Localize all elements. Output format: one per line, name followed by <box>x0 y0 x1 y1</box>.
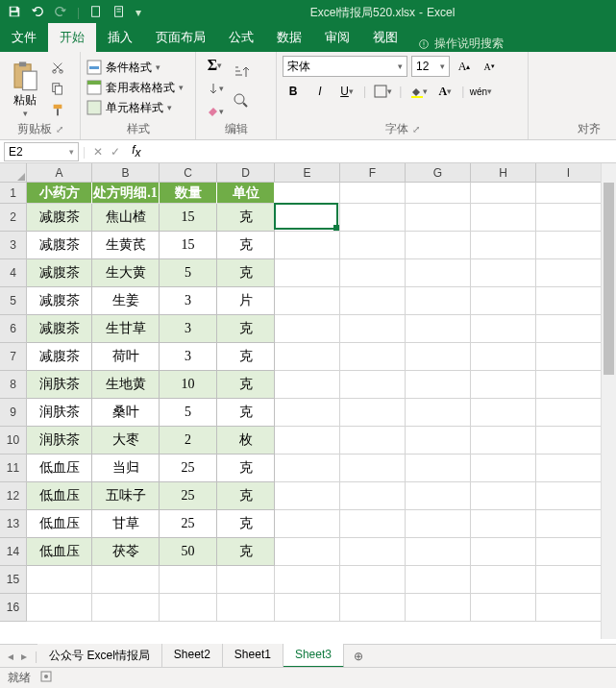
cell-F8[interactable] <box>340 371 406 399</box>
cell-E5[interactable] <box>275 287 340 315</box>
cell-C6[interactable]: 3 <box>160 315 217 343</box>
row-head-3[interactable]: 3 <box>0 232 27 259</box>
col-head-E[interactable]: E <box>275 163 340 183</box>
row-head-6[interactable]: 6 <box>0 315 27 343</box>
cell-A11[interactable]: 低血压 <box>27 455 92 482</box>
table-format-button[interactable]: 套用表格格式▾ <box>86 80 184 96</box>
cell-H16[interactable] <box>471 594 536 622</box>
cell-E14[interactable] <box>275 538 340 566</box>
cell-G8[interactable] <box>406 371 471 399</box>
cell-G15[interactable] <box>406 566 471 594</box>
cell-F9[interactable] <box>340 399 406 427</box>
cell-F13[interactable] <box>340 510 406 538</box>
row-head-7[interactable]: 7 <box>0 343 27 371</box>
cell-D9[interactable]: 克 <box>217 399 275 427</box>
cell-I9[interactable] <box>536 399 602 427</box>
cell-B16[interactable] <box>92 594 160 622</box>
cell-C14[interactable]: 50 <box>160 538 217 566</box>
cell-B13[interactable]: 甘草 <box>92 510 160 538</box>
cell-D1[interactable]: 单位 <box>217 183 275 204</box>
cell-H5[interactable] <box>471 287 536 315</box>
cell-D10[interactable]: 枚 <box>217 427 275 455</box>
cell-E16[interactable] <box>275 594 340 622</box>
cell-G6[interactable] <box>406 315 471 343</box>
row-head-9[interactable]: 9 <box>0 399 27 427</box>
undo-icon[interactable] <box>31 5 44 21</box>
row-head-13[interactable]: 13 <box>0 510 27 538</box>
cell-H9[interactable] <box>471 399 536 427</box>
cell-D13[interactable]: 克 <box>217 510 275 538</box>
cell-F14[interactable] <box>340 538 406 566</box>
row-head-16[interactable]: 16 <box>0 594 27 622</box>
vertical-scrollbar[interactable] <box>601 163 616 639</box>
cell-C7[interactable]: 3 <box>160 343 217 371</box>
cell-F1[interactable] <box>340 183 406 204</box>
row-head-2[interactable]: 2 <box>0 204 27 232</box>
cell-C2[interactable]: 15 <box>160 204 217 232</box>
cell-B8[interactable]: 生地黄 <box>92 371 160 399</box>
row-head-1[interactable]: 1 <box>0 183 27 204</box>
col-head-G[interactable]: G <box>406 163 471 183</box>
cell-H8[interactable] <box>471 371 536 399</box>
tab-review[interactable]: 审阅 <box>313 23 361 52</box>
cell-H1[interactable] <box>471 183 536 204</box>
font-name-select[interactable]: 宋体▾ <box>283 56 407 77</box>
cell-I10[interactable] <box>536 427 602 455</box>
cell-E7[interactable] <box>275 343 340 371</box>
cell-A14[interactable]: 低血压 <box>27 538 92 566</box>
cell-C8[interactable]: 10 <box>160 371 217 399</box>
tab-insert[interactable]: 插入 <box>96 23 144 52</box>
cell-C4[interactable]: 5 <box>160 259 217 287</box>
copy-button[interactable] <box>48 79 67 98</box>
cell-F2[interactable] <box>340 204 406 232</box>
save-icon[interactable] <box>8 5 21 21</box>
cell-H15[interactable] <box>471 566 536 594</box>
row-head-5[interactable]: 5 <box>0 287 27 315</box>
cell-H13[interactable] <box>471 510 536 538</box>
cell-H4[interactable] <box>471 259 536 287</box>
italic-button[interactable]: I <box>309 81 331 102</box>
cell-D5[interactable]: 片 <box>217 287 275 315</box>
cell-I16[interactable] <box>536 594 602 622</box>
grow-font-button[interactable]: A▴ <box>454 56 475 77</box>
find-button[interactable] <box>232 91 251 113</box>
cell-I11[interactable] <box>536 455 602 482</box>
cell-G12[interactable] <box>406 482 471 510</box>
sheet-tab[interactable]: Sheet3 <box>283 644 344 668</box>
cell-B10[interactable]: 大枣 <box>92 427 160 455</box>
cell-H14[interactable] <box>471 538 536 566</box>
sheet-nav-next-icon[interactable]: ▸ <box>21 650 27 663</box>
cell-I6[interactable] <box>536 315 602 343</box>
cell-A3[interactable]: 减腹茶 <box>27 232 92 259</box>
cell-I13[interactable] <box>536 510 602 538</box>
col-head-A[interactable]: A <box>27 163 92 183</box>
cell-H3[interactable] <box>471 232 536 259</box>
cell-D12[interactable]: 克 <box>217 482 275 510</box>
cell-D7[interactable]: 克 <box>217 343 275 371</box>
col-head-H[interactable]: H <box>471 163 536 183</box>
cell-E8[interactable] <box>275 371 340 399</box>
cell-A15[interactable] <box>27 566 92 594</box>
cell-B2[interactable]: 焦山楂 <box>92 204 160 232</box>
tell-me-search[interactable]: 操作说明搜索 <box>409 36 511 52</box>
cell-B1[interactable]: 处方明细.1 <box>92 183 160 204</box>
cell-B4[interactable]: 生大黄 <box>92 259 160 287</box>
cell-F7[interactable] <box>340 343 406 371</box>
cell-G10[interactable] <box>406 427 471 455</box>
tab-data[interactable]: 数据 <box>265 23 313 52</box>
cell-A2[interactable]: 减腹茶 <box>27 204 92 232</box>
fx-icon[interactable]: fx <box>128 143 144 160</box>
phonetic-button[interactable]: wén▾ <box>470 81 491 102</box>
row-head-4[interactable]: 4 <box>0 259 27 287</box>
cell-H2[interactable] <box>471 204 536 232</box>
sheet-tab[interactable]: Sheet1 <box>223 644 283 668</box>
cell-G1[interactable] <box>406 183 471 204</box>
col-head-F[interactable]: F <box>340 163 406 183</box>
cell-C16[interactable] <box>160 594 217 622</box>
cancel-formula-icon[interactable]: ✕ <box>93 145 103 159</box>
cell-I1[interactable] <box>536 183 602 204</box>
cell-H10[interactable] <box>471 427 536 455</box>
cut-button[interactable] <box>48 58 67 77</box>
cell-F4[interactable] <box>340 259 406 287</box>
font-size-select[interactable]: 12▾ <box>411 56 450 77</box>
